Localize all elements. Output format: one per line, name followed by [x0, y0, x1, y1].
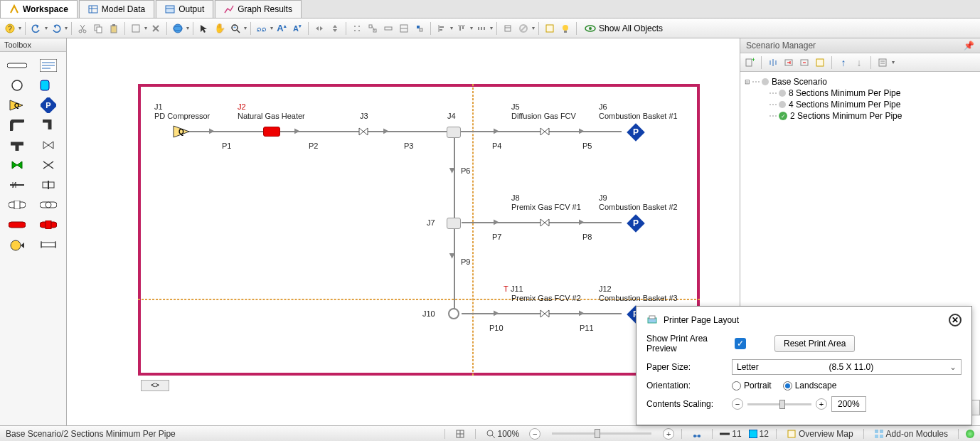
- node-j5[interactable]: [540, 127, 550, 136]
- toolbox-tank-icon[interactable]: [38, 79, 58, 92]
- layout1-icon[interactable]: [366, 21, 380, 36]
- toolbox-heater2-icon[interactable]: [38, 218, 58, 231]
- paper-size-select[interactable]: Letter (8.5 X 11.0) ⌄: [732, 359, 962, 375]
- node-j10[interactable]: [448, 308, 459, 319]
- notes2-icon[interactable]: [814, 56, 826, 69]
- pan-icon[interactable]: ✋: [213, 21, 227, 36]
- toolbox-component1-icon[interactable]: [7, 198, 27, 211]
- toolbox-tee-icon[interactable]: [7, 139, 27, 152]
- layout3-icon[interactable]: [397, 21, 411, 36]
- zoom-in-button[interactable]: +: [816, 398, 827, 410]
- pin-icon[interactable]: 📌: [964, 41, 974, 51]
- toolbox-crossed-valve-icon[interactable]: [38, 159, 58, 171]
- disabled-icon[interactable]: [516, 21, 531, 36]
- tree-child-2[interactable]: ⋯ ✓ 2 Sections Minimum Per Pipe: [743, 110, 977, 122]
- show-all-objects-button[interactable]: Show All Objects: [580, 22, 667, 35]
- close-button[interactable]: ✕: [949, 314, 962, 326]
- align-top-icon[interactable]: [454, 21, 469, 36]
- node-j7[interactable]: [447, 218, 461, 229]
- flip-v-icon[interactable]: [328, 21, 342, 36]
- overview-map-button[interactable]: Overview Map: [784, 429, 856, 439]
- tree-toggle-icon[interactable]: ⊟: [743, 78, 752, 85]
- align-left-icon[interactable]: [435, 21, 449, 36]
- p1-label: P1: [222, 142, 231, 150]
- node-j9[interactable]: P: [626, 213, 644, 232]
- promote-icon[interactable]: [782, 56, 795, 69]
- find-icon[interactable]: ⌕⌕: [255, 21, 269, 36]
- toolbox-component2-icon[interactable]: [38, 198, 58, 211]
- portrait-radio[interactable]: Portrait: [732, 381, 772, 390]
- toolbox-pipe-segment-icon[interactable]: [38, 238, 58, 251]
- magnifier-icon[interactable]: [486, 429, 496, 439]
- tree-child-0[interactable]: ⋯ 8 Sections Minimum Per Pipe: [743, 87, 977, 99]
- redo-icon[interactable]: [49, 21, 63, 36]
- node-j6[interactable]: P: [626, 122, 644, 141]
- box-icon[interactable]: [129, 21, 143, 36]
- tree-collapse-icon[interactable]: [767, 56, 779, 69]
- tab-workspace[interactable]: Workspace: [0, 0, 78, 18]
- move-down-icon[interactable]: ↓: [853, 56, 866, 69]
- group-icon[interactable]: [412, 21, 427, 36]
- distribute-icon[interactable]: [474, 21, 489, 36]
- font-increase-icon[interactable]: A▴: [275, 21, 289, 36]
- pointer-icon[interactable]: [197, 21, 211, 36]
- toolbox-pump-icon[interactable]: [7, 238, 27, 251]
- diagram-icon[interactable]: [689, 429, 705, 439]
- undo-icon[interactable]: [29, 21, 43, 36]
- grid-dots-icon[interactable]: [350, 21, 364, 36]
- tab-graph-results[interactable]: Graph Results: [215, 0, 302, 18]
- node-j3[interactable]: [358, 127, 368, 136]
- toolbox-exchanger-icon[interactable]: [7, 179, 27, 191]
- node-j1[interactable]: Q: [172, 124, 188, 139]
- zoom-icon[interactable]: +: [228, 21, 243, 36]
- node-j11[interactable]: [540, 309, 550, 318]
- new-scenario-icon[interactable]: +: [743, 56, 756, 69]
- toolbox-orifice-icon[interactable]: [38, 179, 58, 191]
- flip-h-icon[interactable]: [312, 21, 326, 36]
- toolbox-check-valve-icon[interactable]: [7, 159, 27, 171]
- status-zoom-slider[interactable]: [552, 432, 651, 435]
- help-icon[interactable]: ?: [3, 21, 17, 36]
- p6-label: P6: [461, 166, 470, 175]
- demote-icon[interactable]: [798, 56, 811, 69]
- toolbox-flow-source-icon[interactable]: Q: [7, 99, 27, 112]
- node-j2[interactable]: [263, 127, 280, 137]
- toolbox-pipe-icon[interactable]: [7, 59, 27, 72]
- landscape-radio[interactable]: Landscape: [783, 381, 837, 390]
- move-up-icon[interactable]: ↑: [837, 56, 850, 69]
- node-j4[interactable]: [447, 127, 461, 138]
- pan-tab[interactable]: <>: [141, 380, 169, 391]
- tree-child-1[interactable]: ⋯ 4 Sections Minimum Per Pipe: [743, 99, 977, 110]
- addon-modules-button[interactable]: Add-on Modules: [871, 429, 951, 439]
- zoom-out-button[interactable]: −: [732, 398, 743, 410]
- copy-icon[interactable]: [91, 21, 105, 36]
- pipe-main-row1[interactable]: [188, 131, 622, 132]
- node-j8[interactable]: [540, 218, 550, 227]
- toolbox-elbow-icon[interactable]: [7, 119, 27, 132]
- bulb-icon[interactable]: [558, 21, 572, 36]
- tab-output[interactable]: Output: [156, 0, 213, 18]
- layers-icon[interactable]: [501, 21, 515, 36]
- font-decrease-icon[interactable]: A▾: [290, 21, 304, 36]
- toolbox-circle-icon[interactable]: [7, 79, 27, 92]
- tab-model-data[interactable]: Model Data: [79, 0, 154, 18]
- scenario-menu-icon[interactable]: [876, 56, 889, 69]
- status-zoom-out[interactable]: −: [529, 428, 540, 440]
- paste-icon[interactable]: [107, 21, 121, 36]
- tree-root[interactable]: ⊟ ⋯ Base Scenario: [743, 76, 977, 87]
- cut-icon[interactable]: [75, 21, 90, 36]
- toolbox-heater-red-icon[interactable]: [7, 218, 27, 231]
- fit-view-icon[interactable]: [452, 429, 468, 439]
- delete-icon[interactable]: [149, 21, 163, 36]
- toolbox-annotation-icon[interactable]: [38, 59, 58, 72]
- layout2-icon[interactable]: [381, 21, 395, 36]
- reset-print-area-button[interactable]: Reset Print Area: [774, 335, 855, 352]
- notes-icon[interactable]: [543, 21, 557, 36]
- zoom-slider[interactable]: [747, 403, 811, 405]
- toolbox-elbow2-icon[interactable]: [38, 119, 58, 132]
- toolbox-pressure-icon[interactable]: P: [38, 99, 58, 112]
- globe-icon[interactable]: [171, 21, 185, 36]
- status-zoom-in[interactable]: +: [663, 428, 674, 440]
- toolbox-valve-icon[interactable]: [38, 139, 58, 152]
- show-preview-checkbox[interactable]: ✓: [735, 338, 746, 349]
